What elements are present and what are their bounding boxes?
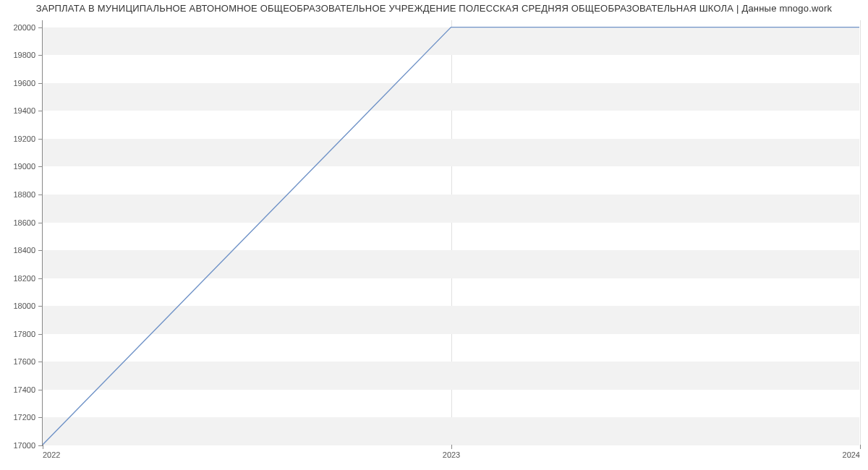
- chart-title: ЗАРПЛАТА В МУНИЦИПАЛЬНОЕ АВТОНОМНОЕ ОБЩЕ…: [0, 3, 868, 14]
- x-tick-label: 2022: [43, 450, 60, 459]
- y-tick: [38, 111, 43, 111]
- x-tick: [860, 445, 861, 449]
- x-tick: [451, 445, 452, 449]
- y-tick-label: 19800: [13, 51, 35, 59]
- y-tick: [38, 223, 43, 223]
- x-gridline: [860, 20, 861, 445]
- y-tick-label: 18400: [13, 246, 35, 255]
- x-tick: [43, 445, 43, 449]
- y-tick-label: 17200: [13, 413, 35, 422]
- y-tick: [38, 195, 43, 195]
- y-tick-label: 17400: [13, 385, 35, 394]
- y-tick: [38, 334, 43, 335]
- y-tick-label: 17000: [13, 441, 35, 450]
- y-tick: [38, 417, 43, 418]
- y-tick: [38, 166, 43, 167]
- plot-area: 1700017200174001760017800180001820018400…: [42, 20, 859, 445]
- y-tick-label: 18600: [13, 218, 35, 227]
- y-tick: [38, 139, 43, 140]
- y-tick-label: 18200: [13, 274, 35, 283]
- y-tick-label: 20000: [13, 23, 35, 32]
- y-tick-label: 19000: [13, 162, 35, 171]
- y-tick: [38, 27, 43, 28]
- y-tick: [38, 390, 43, 390]
- y-tick: [38, 83, 43, 84]
- line-series: [43, 20, 859, 445]
- y-tick-label: 18000: [13, 302, 35, 310]
- y-tick: [38, 250, 43, 251]
- x-tick-label: 2024: [843, 450, 860, 459]
- chart-container: ЗАРПЛАТА В МУНИЦИПАЛЬНОЕ АВТОНОМНОЕ ОБЩЕ…: [0, 0, 868, 470]
- y-tick: [38, 362, 43, 362]
- y-tick: [38, 55, 43, 56]
- y-tick: [38, 278, 43, 279]
- y-tick-label: 17800: [13, 330, 35, 338]
- y-tick-label: 18800: [13, 190, 35, 199]
- x-tick-label: 2023: [443, 450, 460, 459]
- y-tick-label: 19200: [13, 134, 35, 143]
- y-tick: [38, 306, 43, 307]
- y-tick-label: 19400: [13, 106, 35, 115]
- y-tick-label: 17600: [13, 357, 35, 366]
- y-tick-label: 19600: [13, 79, 35, 87]
